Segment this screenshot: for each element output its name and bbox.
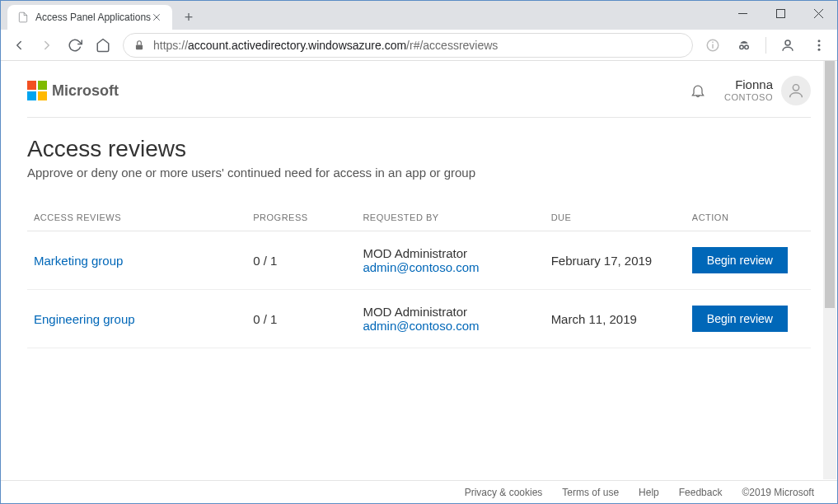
browser-tab[interactable]: Access Panel Applications — [7, 5, 172, 30]
tab-title: Access Panel Applications — [35, 12, 151, 23]
toolbar-right-icons — [700, 32, 832, 58]
app-header: Microsoft Fionna CONTOSO — [27, 61, 811, 117]
col-header-requested-by: REQUESTED BY — [356, 204, 544, 231]
brand[interactable]: Microsoft — [27, 81, 119, 100]
brand-text: Microsoft — [52, 82, 119, 100]
bell-icon — [690, 82, 706, 99]
requester-email-link[interactable]: admin@contoso.com — [363, 260, 537, 274]
footer-terms-link[interactable]: Terms of use — [562, 487, 619, 498]
begin-review-button[interactable]: Begin review — [692, 306, 788, 332]
review-progress: 0 / 1 — [246, 231, 356, 290]
footer-help-link[interactable]: Help — [639, 487, 659, 498]
col-header-due: DUE — [545, 204, 686, 231]
close-icon[interactable] — [151, 12, 162, 23]
svg-rect-9 — [712, 44, 714, 48]
table-header-row: ACCESS REVIEWS PROGRESS REQUESTED BY DUE… — [27, 204, 811, 231]
table-row: Marketing group0 / 1MOD Administratoradm… — [27, 231, 811, 290]
footer-copyright: ©2019 Microsoft — [742, 487, 814, 498]
home-button[interactable] — [90, 32, 116, 58]
svg-point-17 — [793, 85, 798, 91]
svg-point-14 — [818, 40, 821, 42]
separator — [765, 37, 766, 54]
review-name-link[interactable]: Engineering group — [34, 312, 135, 326]
incognito-icon[interactable] — [731, 32, 757, 58]
page-subtitle: Approve or deny one or more users' conti… — [27, 166, 811, 180]
footer-feedback-link[interactable]: Feedback — [679, 487, 723, 498]
account-icon[interactable] — [775, 32, 801, 58]
footer: Privacy & cookies Terms of use Help Feed… — [1, 480, 837, 503]
page-title: Access reviews — [27, 136, 811, 162]
user-name: Fionna — [724, 77, 773, 92]
page-icon — [17, 12, 29, 23]
svg-point-12 — [745, 45, 749, 49]
svg-rect-3 — [776, 9, 784, 17]
url-path: /r#/accessreviews — [406, 39, 498, 52]
review-name-link[interactable]: Marketing group — [34, 254, 123, 268]
svg-point-16 — [818, 48, 821, 50]
review-due: February 17, 2019 — [545, 231, 686, 290]
avatar — [781, 76, 811, 105]
new-tab-button[interactable]: + — [177, 6, 200, 29]
extension-icon[interactable] — [700, 32, 726, 58]
requester-name: MOD Administrator — [363, 305, 537, 319]
url-host: account.activedirectory.windowsazure.com — [188, 39, 406, 52]
review-due: March 11, 2019 — [545, 290, 686, 348]
page-viewport: Microsoft Fionna CONTOSO Access revi — [1, 61, 837, 480]
table-row: Engineering group0 / 1MOD Administratora… — [27, 290, 811, 348]
back-button[interactable] — [6, 32, 32, 58]
address-bar[interactable]: https://account.activedirectory.windowsa… — [123, 33, 693, 58]
review-progress: 0 / 1 — [246, 290, 356, 348]
user-menu[interactable]: Fionna CONTOSO — [724, 76, 811, 105]
scrollbar-thumb[interactable] — [825, 61, 835, 308]
requester-name: MOD Administrator — [363, 246, 537, 260]
col-header-progress: PROGRESS — [246, 204, 356, 231]
lock-icon — [133, 40, 145, 51]
user-icon — [787, 82, 805, 100]
access-reviews-table: ACCESS REVIEWS PROGRESS REQUESTED BY DUE… — [27, 204, 811, 348]
col-header-action: ACTION — [686, 204, 811, 231]
reload-button[interactable] — [62, 32, 88, 58]
browser-toolbar: https://account.activedirectory.windowsa… — [1, 30, 837, 61]
footer-privacy-link[interactable]: Privacy & cookies — [465, 487, 543, 498]
close-window-button[interactable] — [799, 1, 837, 26]
microsoft-logo-icon — [27, 81, 47, 100]
divider — [27, 117, 811, 118]
url-scheme: https:// — [153, 39, 188, 52]
user-org: CONTOSO — [724, 92, 773, 103]
svg-point-11 — [740, 45, 744, 49]
maximize-button[interactable] — [761, 1, 799, 26]
svg-rect-6 — [136, 44, 143, 49]
notifications-button[interactable] — [690, 82, 706, 99]
forward-button[interactable] — [34, 32, 60, 58]
minimize-button[interactable] — [723, 1, 761, 26]
window-controls — [723, 1, 837, 26]
requester-email-link[interactable]: admin@contoso.com — [363, 319, 537, 333]
col-header-name: ACCESS REVIEWS — [27, 204, 246, 231]
menu-icon[interactable] — [806, 32, 832, 58]
scrollbar[interactable] — [823, 61, 836, 479]
begin-review-button[interactable]: Begin review — [692, 247, 788, 273]
browser-tab-strip: Access Panel Applications + — [1, 1, 837, 30]
svg-rect-10 — [712, 41, 714, 43]
svg-point-15 — [818, 44, 821, 46]
svg-point-13 — [785, 40, 790, 45]
